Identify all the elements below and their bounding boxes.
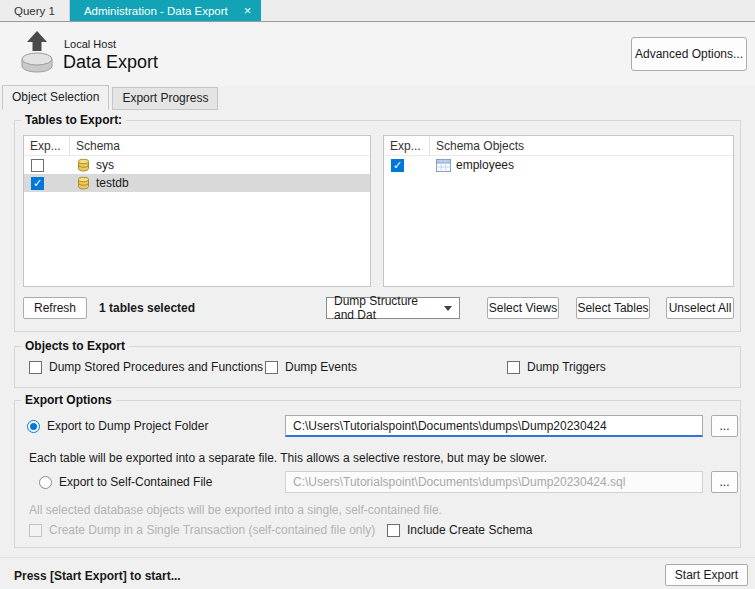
tab-object-selection[interactable]: Object Selection xyxy=(2,85,109,110)
browse-dump-folder-button[interactable]: ... xyxy=(711,415,738,437)
tab-admin-label: Administration - Data Export xyxy=(84,5,228,17)
schema-list-header: Exp... Schema xyxy=(24,136,370,156)
schema-row-testdb[interactable]: testdb xyxy=(24,174,370,192)
dump-events-checkbox[interactable] xyxy=(265,361,278,374)
dump-events-label: Dump Events xyxy=(285,360,357,374)
single-transaction-label: Create Dump in a Single Transaction (sel… xyxy=(49,523,375,537)
objects-group-title: Objects to Export xyxy=(21,339,129,353)
data-export-window: Query 1 Administration - Data Export × L… xyxy=(0,0,755,589)
dump-type-value: Dump Structure and Dat xyxy=(334,294,438,322)
export-options-title: Export Options xyxy=(21,393,116,407)
export-checkbox-cell xyxy=(24,177,70,190)
export-self-contained-label: Export to Self-Contained File xyxy=(59,475,212,489)
employees-export-checkbox[interactable] xyxy=(391,159,404,172)
connection-name: Local Host xyxy=(64,38,116,50)
single-transaction-checkbox xyxy=(29,524,42,537)
start-export-button[interactable]: Start Export xyxy=(665,564,748,586)
object-row-employees[interactable]: employees xyxy=(384,156,733,174)
self-contained-note: All selected database objects will be ex… xyxy=(29,503,442,517)
schema-row-sys[interactable]: sys xyxy=(24,156,370,174)
single-transaction-option[interactable]: Create Dump in a Single Transaction (sel… xyxy=(29,523,375,537)
dump-triggers-option[interactable]: Dump Triggers xyxy=(507,360,606,374)
schema-name: testdb xyxy=(96,176,129,190)
include-create-schema-checkbox[interactable] xyxy=(387,524,400,537)
data-export-icon xyxy=(16,29,58,82)
tab-query-1[interactable]: Query 1 xyxy=(0,0,70,21)
select-views-button[interactable]: Select Views xyxy=(487,297,559,319)
schema-icon xyxy=(76,158,91,172)
sys-export-checkbox[interactable] xyxy=(31,159,44,172)
export-checkbox-cell xyxy=(384,159,430,172)
export-to-dump-folder-radio[interactable] xyxy=(27,420,40,433)
schema-icon xyxy=(76,176,91,190)
page-title: Data Export xyxy=(63,52,158,73)
dump-triggers-label: Dump Triggers xyxy=(527,360,606,374)
tab-query-1-label: Query 1 xyxy=(14,5,55,17)
chevron-down-icon xyxy=(444,306,452,311)
dump-folder-note: Each table will be exported into a separ… xyxy=(29,451,547,465)
dump-triggers-checkbox[interactable] xyxy=(507,361,520,374)
column-header-export: Exp... xyxy=(384,136,430,155)
footer-status-text: Press [Start Export] to start... xyxy=(14,569,181,583)
dump-stored-procedures-checkbox[interactable] xyxy=(29,361,42,374)
column-header-schema: Schema xyxy=(70,136,120,155)
select-tables-button[interactable]: Select Tables xyxy=(576,297,650,319)
close-icon[interactable]: × xyxy=(244,4,252,17)
schema-name: sys xyxy=(96,158,114,172)
dump-events-option[interactable]: Dump Events xyxy=(265,360,357,374)
schema-objects-list[interactable]: Exp... Schema Objects employees xyxy=(383,135,734,287)
editor-tab-bar: Query 1 Administration - Data Export × xyxy=(0,0,755,22)
browse-self-contained-button[interactable]: ... xyxy=(711,471,738,493)
self-contained-path-input[interactable] xyxy=(285,471,703,493)
dump-type-dropdown[interactable]: Dump Structure and Dat xyxy=(326,297,460,319)
objects-list-header: Exp... Schema Objects xyxy=(384,136,733,156)
dump-folder-path-input[interactable] xyxy=(285,415,703,437)
tables-to-export-group: Tables to Export: Exp... Schema sys xyxy=(14,120,741,332)
footer-divider xyxy=(0,557,755,558)
dump-stored-procedures-option[interactable]: Dump Stored Procedures and Functions xyxy=(29,360,263,374)
refresh-button[interactable]: Refresh xyxy=(23,297,87,319)
advanced-options-button[interactable]: Advanced Options... xyxy=(631,37,747,71)
objects-to-export-group: Objects to Export Dump Stored Procedures… xyxy=(14,346,741,388)
table-icon xyxy=(436,159,451,172)
export-options-group: Export Options Export to Dump Project Fo… xyxy=(14,400,741,548)
testdb-export-checkbox[interactable] xyxy=(31,177,44,190)
dump-stored-procedures-label: Dump Stored Procedures and Functions xyxy=(49,360,263,374)
unselect-all-button[interactable]: Unselect All xyxy=(666,297,734,319)
export-self-contained-option[interactable]: Export to Self-Contained File xyxy=(39,475,212,489)
subtab-bar: Object Selection Export Progress xyxy=(2,87,221,110)
column-header-export: Exp... xyxy=(24,136,70,155)
tables-selected-count: 1 tables selected xyxy=(99,301,195,315)
object-name: employees xyxy=(456,158,514,172)
include-create-schema-option[interactable]: Include Create Schema xyxy=(387,523,532,537)
page-header: Local Host Data Export Advanced Options.… xyxy=(0,23,755,86)
column-header-schema-objects: Schema Objects xyxy=(430,136,524,155)
export-to-dump-folder-option[interactable]: Export to Dump Project Folder xyxy=(27,419,208,433)
schema-list[interactable]: Exp... Schema sys xyxy=(23,135,371,287)
tab-administration-data-export[interactable]: Administration - Data Export × xyxy=(70,0,261,21)
tables-group-title: Tables to Export: xyxy=(21,113,126,127)
export-self-contained-radio[interactable] xyxy=(39,476,52,489)
tab-export-progress[interactable]: Export Progress xyxy=(112,87,218,110)
include-create-schema-label: Include Create Schema xyxy=(407,523,532,537)
export-checkbox-cell xyxy=(24,159,70,172)
export-to-dump-folder-label: Export to Dump Project Folder xyxy=(47,419,208,433)
